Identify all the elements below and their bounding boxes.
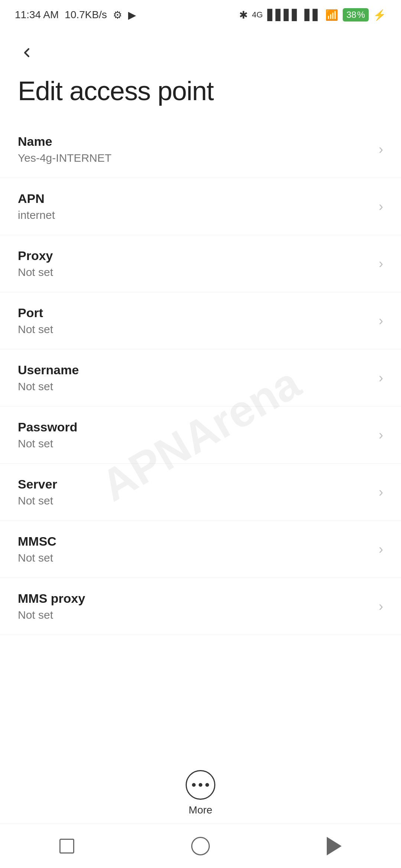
video-icon: ▶ xyxy=(128,9,136,21)
recent-apps-button[interactable] xyxy=(52,831,82,861)
settings-value-username: Not set xyxy=(18,380,79,393)
chevron-right-name: › xyxy=(379,142,383,157)
navigation-bar xyxy=(0,823,401,868)
chevron-right-proxy: › xyxy=(379,256,383,272)
settings-value-name: Yes-4g-INTERNET xyxy=(18,152,111,164)
more-dot-3 xyxy=(205,783,209,787)
recent-apps-icon xyxy=(59,839,74,854)
back-navigation xyxy=(0,30,401,68)
settings-value-port: Not set xyxy=(18,323,53,336)
network-speed: 10.7KB/s xyxy=(65,9,107,21)
settings-item-mms-proxy-content: MMS proxy Not set xyxy=(18,591,85,621)
settings-value-mmsc: Not set xyxy=(18,552,56,564)
settings-item-mms-proxy[interactable]: MMS proxy Not set › xyxy=(0,578,401,635)
settings-value-apn: internet xyxy=(18,209,55,221)
settings-item-proxy[interactable]: Proxy Not set › xyxy=(0,235,401,292)
more-button[interactable]: More xyxy=(186,770,215,816)
settings-item-apn[interactable]: APN internet › xyxy=(0,178,401,235)
settings-icon: ⚙ xyxy=(113,9,122,21)
signal-bars-icon: ▋▋▋▋ xyxy=(267,9,300,21)
settings-label-mmsc: MMSC xyxy=(18,534,56,549)
more-dot-1 xyxy=(192,783,196,787)
bluetooth-icon: ✱ xyxy=(239,9,248,21)
more-dots-icon xyxy=(192,783,209,787)
page-title: Edit access point xyxy=(0,68,401,121)
settings-item-username[interactable]: Username Not set › xyxy=(0,349,401,407)
more-dot-2 xyxy=(199,783,202,787)
status-left: 11:34 AM 10.7KB/s ⚙ ▶ xyxy=(15,9,136,21)
more-circle-icon xyxy=(186,770,215,800)
wifi-icon: 📶 xyxy=(325,9,338,21)
bottom-bar: More xyxy=(0,763,401,823)
settings-value-mms-proxy: Not set xyxy=(18,609,85,621)
back-triangle-icon xyxy=(327,837,342,855)
home-button[interactable] xyxy=(186,831,215,861)
settings-item-mmsc-content: MMSC Not set xyxy=(18,534,56,564)
settings-item-name[interactable]: Name Yes-4g-INTERNET › xyxy=(0,121,401,178)
settings-item-proxy-content: Proxy Not set xyxy=(18,249,53,279)
settings-label-proxy: Proxy xyxy=(18,249,53,263)
settings-label-name: Name xyxy=(18,134,111,149)
settings-label-username: Username xyxy=(18,363,79,377)
battery-indicator: 38 % xyxy=(343,8,369,22)
chevron-right-password: › xyxy=(379,427,383,443)
chevron-right-apn: › xyxy=(379,199,383,214)
settings-item-username-content: Username Not set xyxy=(18,363,79,393)
settings-item-name-content: Name Yes-4g-INTERNET xyxy=(18,134,111,164)
system-back-button[interactable] xyxy=(319,831,349,861)
settings-item-password[interactable]: Password Not set › xyxy=(0,407,401,464)
settings-value-password: Not set xyxy=(18,437,78,450)
settings-list: Name Yes-4g-INTERNET › APN internet › Pr… xyxy=(0,121,401,635)
time-label: 11:34 AM xyxy=(15,9,59,21)
settings-label-server: Server xyxy=(18,477,57,491)
settings-label-port: Port xyxy=(18,306,53,320)
chevron-right-mms-proxy: › xyxy=(379,599,383,614)
status-right: ✱ 4G ▋▋▋▋ ▋▋ 📶 38 % ⚡ xyxy=(239,8,386,22)
back-button[interactable] xyxy=(15,41,39,65)
settings-item-apn-content: APN internet xyxy=(18,191,55,221)
settings-label-password: Password xyxy=(18,420,78,434)
settings-value-proxy: Not set xyxy=(18,266,53,279)
signal-bars2-icon: ▋▋ xyxy=(304,9,321,21)
chevron-right-username: › xyxy=(379,370,383,386)
signal-4g-icon: 4G xyxy=(252,10,263,20)
more-label: More xyxy=(189,804,212,816)
settings-item-password-content: Password Not set xyxy=(18,420,78,450)
battery-level: 38 xyxy=(346,10,356,20)
settings-value-server: Not set xyxy=(18,494,57,507)
status-bar: 11:34 AM 10.7KB/s ⚙ ▶ ✱ 4G ▋▋▋▋ ▋▋ 📶 38 … xyxy=(0,0,401,30)
settings-item-port[interactable]: Port Not set › xyxy=(0,292,401,349)
settings-label-mms-proxy: MMS proxy xyxy=(18,591,85,606)
home-icon xyxy=(191,837,210,855)
chevron-right-server: › xyxy=(379,484,383,500)
chevron-right-port: › xyxy=(379,313,383,329)
settings-item-server-content: Server Not set xyxy=(18,477,57,507)
chevron-right-mmsc: › xyxy=(379,542,383,557)
settings-item-mmsc[interactable]: MMSC Not set › xyxy=(0,521,401,578)
settings-item-port-content: Port Not set xyxy=(18,306,53,336)
settings-item-server[interactable]: Server Not set › xyxy=(0,464,401,521)
charging-icon: ⚡ xyxy=(373,9,386,21)
settings-label-apn: APN xyxy=(18,191,55,206)
